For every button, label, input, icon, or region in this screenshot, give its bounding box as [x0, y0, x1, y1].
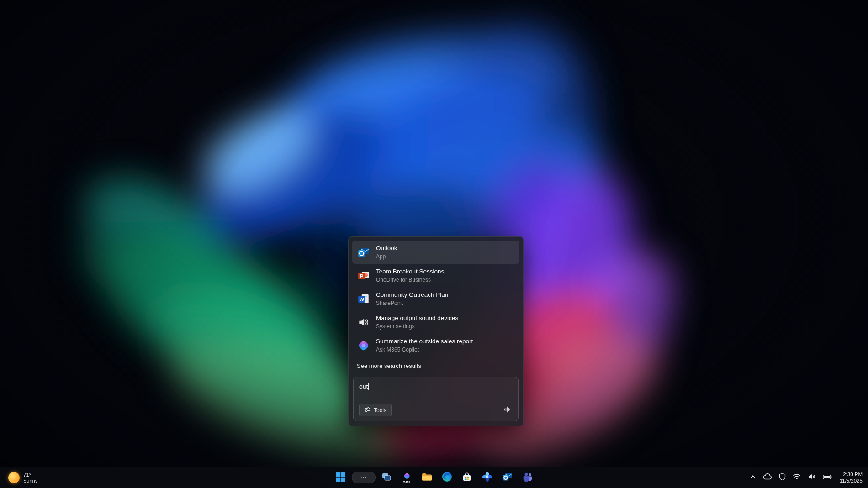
wifi-tray-button[interactable]	[792, 472, 802, 483]
search-result-community-outreach-plan[interactable]: W Community Outreach Plan SharePoint	[352, 287, 519, 310]
search-input-box[interactable]: out Tools	[353, 377, 519, 421]
search-result-team-breakout-sessions[interactable]: P Team Breakout Sessions OneDrive for Bu…	[352, 264, 519, 287]
tools-button-label: Tools	[374, 407, 386, 414]
outlook-app-button[interactable]	[498, 468, 516, 487]
svg-text:P: P	[360, 273, 363, 278]
copilot-pinwheel-icon	[482, 471, 493, 484]
shield-icon	[779, 473, 786, 482]
chevron-up-icon	[750, 473, 756, 482]
sun-icon	[8, 472, 20, 483]
waveform-icon	[503, 406, 511, 415]
store-bag-icon	[461, 472, 472, 484]
result-subtitle: System settings	[376, 323, 458, 330]
volume-tray-button[interactable]	[807, 472, 817, 483]
volume-icon	[808, 473, 816, 482]
battery-icon	[823, 473, 832, 482]
see-more-search-results-link[interactable]: See more search results	[352, 357, 519, 374]
svg-text:W: W	[360, 296, 365, 302]
weather-widget[interactable]: 71°F Sunny	[5, 467, 41, 488]
m365-badge-label: M365	[403, 480, 410, 483]
result-title: Team Breakout Sessions	[376, 268, 444, 276]
weather-condition: Sunny	[23, 478, 37, 484]
teams-icon	[522, 471, 533, 484]
file-explorer-button[interactable]	[418, 468, 436, 487]
result-subtitle: OneDrive for Business	[376, 276, 444, 283]
result-subtitle: App	[376, 253, 397, 260]
wifi-icon	[793, 473, 801, 482]
text-caret	[368, 383, 369, 390]
result-text: Community Outreach Plan SharePoint	[376, 291, 448, 307]
m365-copilot-button[interactable]: M365	[397, 468, 416, 487]
search-result-summarize-outside-sales-report[interactable]: Summarize the outside sales report Ask M…	[352, 334, 519, 357]
windows-logo-icon	[336, 472, 346, 483]
taskbar-center: ⋯ M365	[332, 467, 536, 488]
clock-date: 11/5/2025	[840, 478, 863, 484]
taskbar-search-button[interactable]: ⋯	[352, 472, 376, 483]
task-view-icon	[381, 472, 392, 484]
onedrive-tray-button[interactable]	[762, 472, 773, 483]
taskbar: 71°F Sunny ⋯	[0, 467, 868, 488]
search-results-list: Outlook App P Team Breakout Sessions One…	[352, 241, 519, 357]
taskbar-clock[interactable]: 2:30 PM 11/5/2025	[840, 471, 863, 484]
cloud-icon	[763, 473, 772, 482]
ellipsis-icon: ⋯	[360, 473, 367, 482]
weather-temperature: 71°F	[23, 472, 37, 478]
search-flyout-panel: Outlook App P Team Breakout Sessions One…	[348, 236, 524, 426]
search-query-text: out	[359, 383, 368, 390]
result-text: Summarize the outside sales report Ask M…	[376, 337, 473, 353]
result-title: Manage output sound devices	[376, 314, 458, 322]
battery-tray-button[interactable]	[822, 472, 833, 483]
teams-button[interactable]	[518, 468, 536, 487]
result-text: Manage output sound devices System setti…	[376, 314, 458, 330]
clock-time: 2:30 PM	[843, 471, 863, 478]
start-button[interactable]	[332, 468, 350, 487]
folder-icon	[421, 471, 433, 484]
result-title: Summarize the outside sales report	[376, 337, 473, 346]
search-input[interactable]: out	[359, 383, 513, 391]
microsoft-store-button[interactable]	[458, 468, 476, 487]
outlook-taskbar-icon	[502, 471, 513, 484]
task-view-button[interactable]	[377, 468, 396, 487]
sliders-icon	[364, 406, 370, 414]
search-box-toolbar: Tools	[359, 404, 513, 416]
tools-button[interactable]: Tools	[359, 404, 392, 416]
speaker-icon	[357, 315, 370, 329]
copilot-app-button[interactable]	[478, 468, 496, 487]
powerpoint-icon: P	[357, 269, 370, 283]
result-text: Team Breakout Sessions OneDrive for Busi…	[376, 268, 444, 283]
search-result-outlook[interactable]: Outlook App	[352, 241, 519, 264]
word-icon: W	[357, 292, 370, 306]
result-title: Outlook	[376, 244, 397, 252]
result-text: Outlook App	[376, 244, 397, 260]
voice-search-button[interactable]	[502, 405, 513, 416]
result-subtitle: SharePoint	[376, 299, 448, 307]
m365-copilot-icon: M365	[403, 472, 411, 483]
search-result-manage-output-sound-devices[interactable]: Manage output sound devices System setti…	[352, 310, 519, 334]
edge-icon	[441, 471, 453, 484]
result-title: Community Outreach Plan	[376, 291, 448, 299]
copilot-icon	[357, 339, 370, 352]
tray-chevron-button[interactable]	[749, 472, 757, 483]
system-tray: 2:30 PM 11/5/2025	[749, 467, 863, 488]
result-subtitle: Ask M365 Copilot	[376, 346, 473, 353]
weather-text: 71°F Sunny	[23, 472, 37, 484]
outlook-icon	[357, 246, 370, 259]
security-tray-button[interactable]	[778, 472, 787, 483]
edge-browser-button[interactable]	[438, 468, 456, 487]
